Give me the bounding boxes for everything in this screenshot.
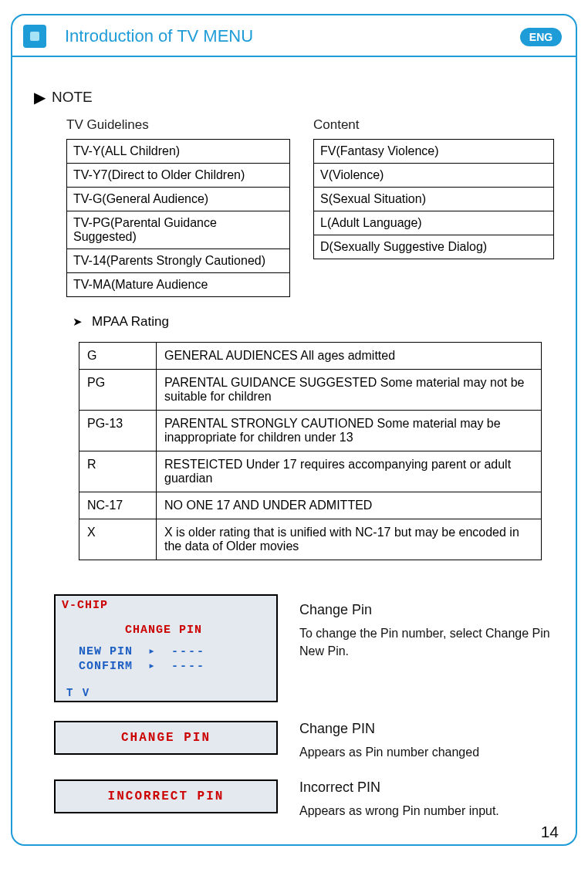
- vchip-new-pin-line: NEW PIN ▸ ----: [79, 644, 205, 658]
- table-row: GGENERAL AUDIENCES All ages admitted: [79, 343, 542, 370]
- content-table: FV(Fantasy Violence) V(Violence) S(Sexua…: [313, 139, 554, 259]
- mpaa-code: PG: [79, 370, 157, 411]
- table-row: PG-13PARENTAL STRONGLY CAUTIONED Some ma…: [79, 411, 542, 451]
- table-cell: TV-PG(Parental Guidance Suggested): [67, 211, 290, 249]
- table-row: NC-17NO ONE 17 AND UNDER ADMITTED: [79, 492, 542, 519]
- mpaa-desc: X is older rating that is unified with N…: [157, 519, 542, 560]
- content-column: Content FV(Fantasy Violence) V(Violence)…: [313, 117, 554, 297]
- incorrect-pin-desc: Incorrect PIN Appears as wrong Pin numbe…: [299, 779, 554, 820]
- table-cell: TV-Y7(Direct to Older Children): [67, 164, 290, 188]
- mpaa-table: GGENERAL AUDIENCES All ages admitted PGP…: [79, 342, 542, 560]
- table-row: RRESTEICTED Under 17 requires accompanyi…: [79, 451, 542, 492]
- pointer-icon: ▸: [140, 645, 164, 658]
- dashes: ----: [171, 645, 205, 658]
- page-number: 14: [541, 823, 559, 841]
- vchip-confirm-line: CONFIRM ▸ ----: [79, 658, 205, 673]
- incorrect-pin-title: Incorrect PIN: [299, 779, 554, 796]
- change-pin-body: To change the Pin number, select Change …: [299, 624, 554, 660]
- change-pin-confirm-body: Appears as Pin number changed: [299, 743, 554, 761]
- triangle-right-icon: ▶: [34, 88, 46, 107]
- mpaa-desc: GENERAL AUDIENCES All ages admitted: [157, 343, 542, 370]
- header-square-icon: [23, 25, 46, 48]
- vchip-title: V-CHIP: [62, 599, 108, 612]
- change-pin-confirm-title: Change PIN: [299, 721, 554, 737]
- page-content: ▶ NOTE TV Guidelines TV-Y(ALL Children) …: [12, 57, 576, 854]
- table-cell: L(Adult Language): [314, 211, 554, 235]
- page-frame: Introduction of TV MENU ENG ▶ NOTE TV Gu…: [11, 14, 577, 846]
- table-cell: TV-14(Parents Strongly Cautioned): [67, 249, 290, 273]
- mpaa-heading: ➤ MPAA Rating: [73, 314, 554, 330]
- mpaa-code: PG-13: [79, 411, 157, 451]
- mpaa-code: X: [79, 519, 157, 560]
- page-header: Introduction of TV MENU ENG: [12, 15, 576, 57]
- mpaa-code: R: [79, 451, 157, 492]
- tv-guidelines-table: TV-Y(ALL Children) TV-Y7(Direct to Older…: [66, 139, 290, 297]
- mpaa-code: G: [79, 343, 157, 370]
- arrow-right-icon: ➤: [73, 315, 83, 329]
- mpaa-desc: RESTEICTED Under 17 requires accompanyin…: [157, 451, 542, 492]
- confirm-label: CONFIRM: [79, 660, 133, 673]
- change-pin-confirm-row: CHANGE PIN Change PIN Appears as Pin num…: [34, 721, 554, 761]
- mpaa-label: MPAA Rating: [92, 314, 169, 330]
- note-label: NOTE: [52, 89, 93, 106]
- table-cell: TV-Y(ALL Children): [67, 140, 290, 164]
- vchip-screen: V-CHIP CHANGE PIN NEW PIN ▸ ---- CONFIRM…: [54, 594, 278, 702]
- table-cell: S(Sexual Situation): [314, 188, 554, 211]
- new-pin-label: NEW PIN: [79, 645, 133, 658]
- mpaa-desc: NO ONE 17 AND UNDER ADMITTED: [157, 492, 542, 519]
- table-cell: TV-MA(Mature Audience: [67, 273, 290, 297]
- change-pin-confirm-desc: Change PIN Appears as Pin number changed: [299, 721, 554, 761]
- change-pin-desc: Change Pin To change the Pin number, sel…: [299, 594, 554, 660]
- tv-guidelines-column: TV Guidelines TV-Y(ALL Children) TV-Y7(D…: [66, 117, 290, 297]
- table-cell: TV-G(General Audience): [67, 188, 290, 211]
- change-pin-screen-label: CHANGE PIN: [121, 731, 211, 745]
- change-pin-title: Change Pin: [299, 602, 554, 618]
- change-pin-row: V-CHIP CHANGE PIN NEW PIN ▸ ---- CONFIRM…: [34, 594, 554, 702]
- vchip-subtitle: CHANGE PIN: [125, 624, 202, 637]
- rating-columns: TV Guidelines TV-Y(ALL Children) TV-Y7(D…: [66, 117, 554, 297]
- language-badge: ENG: [520, 28, 562, 46]
- incorrect-pin-screen-label: INCORRECT PIN: [108, 790, 225, 803]
- incorrect-pin-row: INCORRECT PIN Incorrect PIN Appears as w…: [34, 779, 554, 820]
- dashes: ----: [171, 660, 205, 673]
- table-row: XX is older rating that is unified with …: [79, 519, 542, 560]
- mpaa-desc: PARENTAL STRONGLY CAUTIONED Some materia…: [157, 411, 542, 451]
- page-title: Introduction of TV MENU: [65, 26, 253, 46]
- table-cell: FV(Fantasy Violence): [314, 140, 554, 164]
- table-cell: D(Sexually Suggestive Dialog): [314, 235, 554, 259]
- mpaa-desc: PARENTAL GUIDANCE SUGGESTED Some materia…: [157, 370, 542, 411]
- incorrect-pin-screen: INCORRECT PIN: [54, 779, 278, 813]
- tv-guidelines-heading: TV Guidelines: [66, 117, 290, 133]
- incorrect-pin-body: Appears as wrong Pin number input.: [299, 802, 554, 820]
- table-row: PGPARENTAL GUIDANCE SUGGESTED Some mater…: [79, 370, 542, 411]
- mpaa-code: NC-17: [79, 492, 157, 519]
- vchip-footer: T V: [66, 687, 90, 699]
- content-heading: Content: [313, 117, 554, 133]
- change-pin-screen: CHANGE PIN: [54, 721, 278, 755]
- pointer-icon: ▸: [140, 660, 164, 673]
- vchip-lines: NEW PIN ▸ ---- CONFIRM ▸ ----: [79, 644, 205, 673]
- table-cell: V(Violence): [314, 164, 554, 188]
- note-heading: ▶ NOTE: [34, 88, 554, 107]
